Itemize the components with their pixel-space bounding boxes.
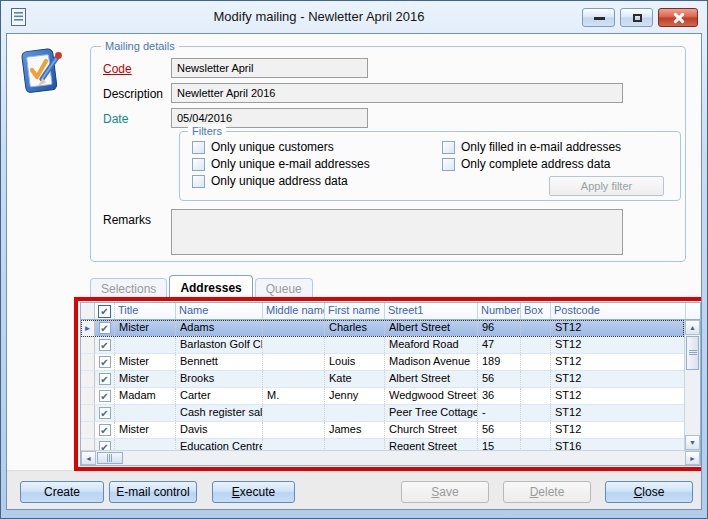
- cell-street1: Meaford Road: [385, 337, 478, 353]
- column-header-first-name[interactable]: First name: [325, 303, 385, 319]
- address-row-brooks[interactable]: ✔MisterBrooksKateAlbert Street56ST12: [81, 371, 684, 388]
- cell-postcode: ST16: [551, 439, 684, 450]
- column-header-number[interactable]: Number: [478, 303, 521, 319]
- cell-number: 96: [478, 320, 521, 336]
- filter-checkbox-only-complete-address-data[interactable]: Only complete address data: [442, 157, 610, 171]
- column-header-title[interactable]: Title: [115, 303, 176, 319]
- cell-middle-name: [263, 371, 325, 387]
- cell-street1: Regent Street: [385, 439, 478, 450]
- address-row-carter[interactable]: ✔MadamCarterM.JennyWedgwood Street36ST12: [81, 388, 684, 405]
- row-checkbox[interactable]: ✔: [95, 439, 115, 450]
- row-checkbox[interactable]: ✔: [95, 337, 115, 353]
- execute-button[interactable]: Execute: [212, 481, 295, 503]
- cell-name: Brooks: [176, 371, 263, 387]
- cell-first-name: James: [325, 422, 385, 438]
- cell-postcode: ST12: [551, 320, 684, 336]
- address-row-adams[interactable]: ►✔MisterAdamsCharlesAlbert Street96ST12: [81, 320, 684, 337]
- address-row-cash-register-sales[interactable]: ✔Cash register salesPeer Tree Cottage-ST…: [81, 405, 684, 422]
- cell-title: [115, 337, 176, 353]
- cell-first-name: Jenny: [325, 388, 385, 404]
- row-indicator: [81, 388, 95, 404]
- vertical-scroll-thumb[interactable]: [686, 336, 699, 370]
- cell-street1: Church Street: [385, 422, 478, 438]
- column-header-postcode[interactable]: Postcode: [551, 303, 686, 319]
- cell-box: [521, 388, 551, 404]
- cell-name: Carter: [176, 388, 263, 404]
- cell-number: 36: [478, 388, 521, 404]
- scroll-up-icon[interactable]: ▲: [685, 320, 700, 335]
- tab-queue[interactable]: Queue: [255, 278, 313, 298]
- cell-box: [521, 439, 551, 450]
- tab-bar: SelectionsAddressesQueue: [90, 275, 315, 298]
- select-all-checkbox[interactable]: ✔: [95, 303, 115, 319]
- filter-checkbox-only-unique-e-mail-addresses[interactable]: Only unique e-mail addresses: [192, 157, 370, 171]
- checkbox-icon[interactable]: [192, 175, 205, 188]
- address-row-bennett[interactable]: ✔MisterBennettLouisMadison Avenue189ST12: [81, 354, 684, 371]
- cell-box: [521, 405, 551, 421]
- close-button[interactable]: Close: [605, 481, 693, 503]
- delete-button[interactable]: Delete: [503, 481, 591, 503]
- filter-checkbox-only-unique-address-data[interactable]: Only unique address data: [192, 174, 348, 188]
- row-indicator: [81, 354, 95, 370]
- address-row-education-centre[interactable]: ✔Education CentreRegent Street15ST16: [81, 439, 684, 450]
- restore-button[interactable]: [620, 8, 653, 27]
- row-checkbox[interactable]: ✔: [95, 405, 115, 421]
- cell-middle-name: [263, 320, 325, 336]
- remarks-textarea[interactable]: [171, 209, 623, 255]
- scroll-right-icon[interactable]: ►: [685, 451, 700, 465]
- title-bar[interactable]: Modify mailing - Newletter April 2016: [1, 1, 707, 33]
- address-row-davis[interactable]: ✔MisterDavisJamesChurch Street56ST12: [81, 422, 684, 439]
- cell-postcode: ST12: [551, 422, 684, 438]
- close-window-button[interactable]: [658, 8, 698, 27]
- filter-checkbox-only-unique-customers[interactable]: Only unique customers: [192, 140, 334, 154]
- cell-first-name: Kate: [325, 371, 385, 387]
- vertical-scrollbar[interactable]: ▲ ▼: [684, 320, 700, 450]
- column-header-street1[interactable]: Street1: [385, 303, 478, 319]
- description-label: Description: [103, 87, 163, 101]
- column-header-middle-name[interactable]: Middle name: [263, 303, 325, 319]
- horizontal-scrollbar[interactable]: ◄ ►: [81, 450, 700, 465]
- code-input[interactable]: [171, 58, 368, 78]
- checkbox-icon[interactable]: [442, 158, 455, 171]
- code-label: Code: [103, 62, 132, 76]
- horizontal-scroll-thumb[interactable]: [97, 452, 123, 464]
- row-check-icon: ✔: [99, 373, 111, 385]
- scroll-down-icon[interactable]: ▼: [685, 435, 700, 450]
- minimize-button[interactable]: [582, 8, 615, 27]
- row-check-icon: ✔: [99, 424, 111, 436]
- cell-number: 47: [478, 337, 521, 353]
- description-input[interactable]: [171, 83, 623, 103]
- cell-box: [521, 320, 551, 336]
- row-checkbox[interactable]: ✔: [95, 388, 115, 404]
- row-indicator: [81, 337, 95, 353]
- tab-selections[interactable]: Selections: [90, 278, 167, 298]
- cell-middle-name: [263, 337, 325, 353]
- row-indicator: [81, 405, 95, 421]
- column-header-box[interactable]: Box: [521, 303, 551, 319]
- create-button[interactable]: Create: [20, 481, 104, 503]
- cell-name: Education Centre: [176, 439, 263, 450]
- apply-filter-button[interactable]: Apply filter: [549, 176, 664, 196]
- e-mail-control-button[interactable]: E-mail control: [109, 481, 197, 503]
- cell-number: -: [478, 405, 521, 421]
- cell-box: [521, 371, 551, 387]
- column-header-name[interactable]: Name: [176, 303, 263, 319]
- dialog-window: Modify mailing - Newletter April 2016: [0, 0, 708, 519]
- row-checkbox[interactable]: ✔: [95, 354, 115, 370]
- cell-first-name: [325, 337, 385, 353]
- row-check-icon: ✔: [99, 356, 111, 368]
- row-checkbox[interactable]: ✔: [95, 422, 115, 438]
- address-row-barlaston-golf-club[interactable]: ✔Barlaston Golf ClubMeaford Road47ST12: [81, 337, 684, 354]
- checkbox-icon[interactable]: [442, 141, 455, 154]
- mailing-details-group: Mailing details Code Description Date Fi…: [90, 46, 686, 262]
- cell-middle-name: [263, 405, 325, 421]
- save-button[interactable]: Save: [401, 481, 489, 503]
- tab-addresses[interactable]: Addresses: [169, 275, 252, 298]
- action-bar: CreateE-mail controlExecute SaveDeleteCl…: [7, 470, 701, 509]
- checkbox-icon[interactable]: [192, 141, 205, 154]
- filter-checkbox-only-filled-in-e-mail-addresses[interactable]: Only filled in e-mail addresses: [442, 140, 621, 154]
- checkbox-icon[interactable]: [192, 158, 205, 171]
- row-checkbox[interactable]: ✔: [95, 371, 115, 387]
- row-checkbox[interactable]: ✔: [95, 320, 115, 336]
- scroll-left-icon[interactable]: ◄: [81, 451, 96, 465]
